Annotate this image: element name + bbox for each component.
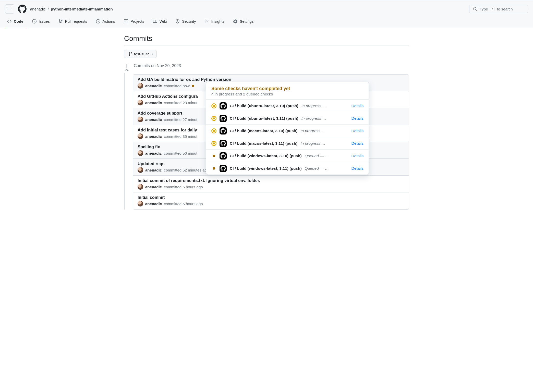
commit-author[interactable]: anenadic bbox=[145, 168, 162, 172]
commit-author[interactable]: anenadic bbox=[145, 151, 162, 155]
tab-security[interactable]: Security bbox=[172, 17, 199, 27]
chevron-down-icon: ▾ bbox=[152, 53, 153, 55]
check-name[interactable]: CI / build (windows-latest, 3.11) (push) bbox=[230, 166, 302, 171]
commit-time: committed 35 minut bbox=[164, 134, 197, 139]
commit-author[interactable]: anenadic bbox=[145, 84, 162, 88]
avatar[interactable] bbox=[138, 133, 143, 139]
commit-time: committed 5 hours ago bbox=[164, 185, 203, 189]
check-name[interactable]: CI / build (ubuntu-latest, 3.11) (push) bbox=[230, 116, 298, 121]
tab-settings[interactable]: Settings bbox=[229, 17, 257, 27]
commit-title[interactable]: Initial commit bbox=[138, 195, 404, 200]
avatar[interactable] bbox=[138, 83, 143, 89]
check-row: CI / build (windows-latest, 3.10) (push)… bbox=[206, 150, 369, 162]
owner-link[interactable]: anenadic bbox=[30, 7, 46, 11]
gear-icon bbox=[233, 19, 237, 23]
projects-icon bbox=[124, 19, 128, 23]
insights-icon bbox=[204, 19, 209, 23]
shield-icon bbox=[175, 19, 180, 23]
check-details-link[interactable]: Details bbox=[352, 141, 364, 146]
commit-meta: anenadiccommitted 6 hours ago bbox=[138, 201, 404, 206]
code-icon bbox=[7, 19, 11, 23]
search-icon bbox=[473, 7, 477, 11]
check-status-text: In progress … bbox=[301, 104, 348, 108]
check-status-text: In progress … bbox=[300, 129, 348, 133]
github-actions-icon bbox=[220, 152, 227, 160]
queued-dot-icon bbox=[213, 167, 215, 170]
check-status-text: In progress … bbox=[300, 141, 348, 146]
spinner-icon bbox=[211, 116, 216, 121]
commit-item[interactable]: Initial commit of requirements.txt. Igno… bbox=[133, 176, 409, 192]
search-input[interactable]: Type / to search bbox=[469, 5, 528, 13]
check-row: CI / build (ubuntu-latest, 3.11) (push)I… bbox=[206, 112, 369, 125]
check-details-link[interactable]: Details bbox=[352, 116, 364, 121]
commit-author[interactable]: anenadic bbox=[145, 202, 162, 206]
check-status-text: Queued — … bbox=[305, 166, 348, 171]
commit-time: committed 27 minut bbox=[164, 117, 197, 122]
actions-icon bbox=[96, 19, 100, 23]
github-actions-icon bbox=[220, 140, 227, 147]
ci-status-icon[interactable] bbox=[192, 85, 194, 87]
page-title: Commits bbox=[124, 34, 409, 45]
github-actions-icon bbox=[220, 165, 227, 172]
github-actions-icon bbox=[220, 102, 227, 109]
pull-request-icon bbox=[58, 19, 63, 23]
commit-title[interactable]: Add GA build matrix for os and Python ve… bbox=[138, 77, 404, 82]
repo-nav: Code Issues Pull requests Actions Projec… bbox=[0, 17, 533, 27]
check-details-link[interactable]: Details bbox=[352, 104, 364, 108]
avatar[interactable] bbox=[138, 167, 143, 173]
commit-author[interactable]: anenadic bbox=[145, 117, 162, 122]
commit-meta: anenadiccommitted 5 hours ago bbox=[138, 184, 404, 190]
check-name[interactable]: CI / build (macos-latest, 3.10) (push) bbox=[230, 129, 297, 133]
hamburger-icon bbox=[8, 7, 12, 11]
checks-popover: Some checks haven't completed yet 4 in p… bbox=[206, 82, 369, 175]
avatar[interactable] bbox=[138, 117, 143, 122]
breadcrumb-separator: / bbox=[48, 7, 49, 11]
commit-list: Add GA build matrix for os and Python ve… bbox=[133, 74, 409, 210]
commit-author[interactable]: anenadic bbox=[145, 101, 162, 105]
tab-code[interactable]: Code bbox=[4, 17, 27, 27]
search-kbd: / bbox=[491, 7, 494, 11]
commit-title[interactable]: Initial commit of requirements.txt. Igno… bbox=[138, 178, 404, 183]
check-details-link[interactable]: Details bbox=[352, 154, 364, 158]
wiki-icon bbox=[153, 19, 157, 23]
avatar[interactable] bbox=[138, 184, 143, 190]
spinner-icon bbox=[211, 103, 216, 108]
search-label: Type bbox=[480, 7, 488, 11]
check-name[interactable]: CI / build (macos-latest, 3.11) (push) bbox=[230, 141, 297, 146]
tab-projects[interactable]: Projects bbox=[120, 17, 148, 27]
popover-subtitle: 4 in progress and 2 queued checks bbox=[211, 92, 364, 96]
github-actions-icon bbox=[220, 115, 227, 122]
repo-link[interactable]: python-intermediate-inflammation bbox=[51, 7, 113, 11]
menu-button[interactable] bbox=[5, 4, 14, 14]
tab-insights[interactable]: Insights bbox=[201, 17, 228, 27]
check-details-link[interactable]: Details bbox=[352, 166, 364, 171]
branch-selector[interactable]: test-suite ▾ bbox=[124, 50, 157, 58]
commit-time: committed now bbox=[164, 84, 190, 88]
search-after: to search bbox=[497, 7, 513, 11]
branch-name: test-suite bbox=[134, 52, 150, 56]
avatar[interactable] bbox=[138, 201, 143, 206]
commit-author[interactable]: anenadic bbox=[145, 134, 162, 139]
github-actions-icon bbox=[220, 127, 227, 134]
check-details-link[interactable]: Details bbox=[352, 129, 364, 133]
github-logo-icon[interactable] bbox=[18, 5, 27, 13]
check-row: CI / build (windows-latest, 3.11) (push)… bbox=[206, 162, 369, 175]
avatar[interactable] bbox=[138, 100, 143, 105]
spinner-icon bbox=[211, 128, 216, 133]
timeline-commit-icon bbox=[125, 68, 129, 72]
tab-wiki[interactable]: Wiki bbox=[149, 17, 170, 27]
commits-date-heading: Commits on Nov 20, 2023 bbox=[134, 64, 181, 68]
tab-issues[interactable]: Issues bbox=[29, 17, 53, 27]
check-row: CI / build (ubuntu-latest, 3.10) (push)I… bbox=[206, 100, 369, 112]
popover-title: Some checks haven't completed yet bbox=[211, 86, 364, 91]
tab-pull-requests[interactable]: Pull requests bbox=[55, 17, 91, 27]
check-name[interactable]: CI / build (windows-latest, 3.10) (push) bbox=[230, 154, 302, 158]
tab-actions[interactable]: Actions bbox=[92, 17, 119, 27]
check-row: CI / build (macos-latest, 3.11) (push)In… bbox=[206, 137, 369, 150]
avatar[interactable] bbox=[138, 150, 143, 156]
commit-time: committed 52 minutes ago bbox=[164, 168, 209, 172]
spinner-icon bbox=[211, 141, 216, 146]
commit-item[interactable]: Initial commitanenadiccommitted 6 hours … bbox=[133, 192, 409, 209]
check-name[interactable]: CI / build (ubuntu-latest, 3.10) (push) bbox=[230, 104, 298, 108]
commit-author[interactable]: anenadic bbox=[145, 185, 162, 189]
